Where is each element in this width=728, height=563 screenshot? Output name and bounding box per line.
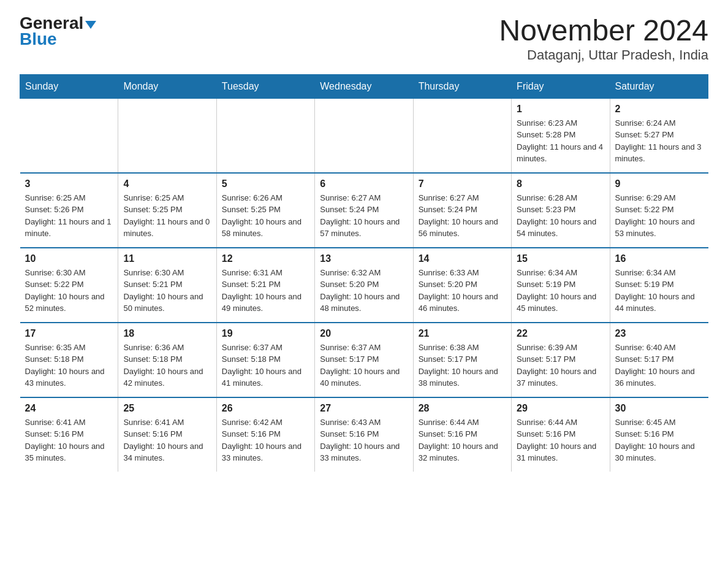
calendar-cell: 11Sunrise: 6:30 AM Sunset: 5:21 PM Dayli… bbox=[118, 248, 216, 323]
calendar-cell: 22Sunrise: 6:39 AM Sunset: 5:17 PM Dayli… bbox=[512, 323, 610, 397]
calendar-cell: 17Sunrise: 6:35 AM Sunset: 5:18 PM Dayli… bbox=[20, 323, 118, 397]
calendar-cell: 24Sunrise: 6:41 AM Sunset: 5:16 PM Dayli… bbox=[20, 397, 118, 472]
calendar-week-row: 3Sunrise: 6:25 AM Sunset: 5:26 PM Daylig… bbox=[20, 173, 708, 248]
calendar-cell: 5Sunrise: 6:26 AM Sunset: 5:25 PM Daylig… bbox=[216, 173, 314, 248]
calendar-cell: 4Sunrise: 6:25 AM Sunset: 5:25 PM Daylig… bbox=[118, 173, 216, 248]
day-info: Sunrise: 6:39 AM Sunset: 5:17 PM Dayligh… bbox=[517, 342, 604, 389]
weekday-header: Monday bbox=[118, 74, 216, 98]
weekday-header: Saturday bbox=[610, 74, 708, 98]
calendar-cell: 18Sunrise: 6:36 AM Sunset: 5:18 PM Dayli… bbox=[118, 323, 216, 397]
calendar-week-row: 1Sunrise: 6:23 AM Sunset: 5:28 PM Daylig… bbox=[20, 98, 708, 173]
day-number: 27 bbox=[320, 403, 408, 414]
day-number: 11 bbox=[123, 253, 211, 264]
calendar-cell: 27Sunrise: 6:43 AM Sunset: 5:16 PM Dayli… bbox=[315, 397, 413, 472]
day-number: 2 bbox=[615, 104, 703, 115]
day-number: 14 bbox=[419, 253, 506, 264]
day-number: 19 bbox=[222, 328, 309, 339]
calendar-cell: 20Sunrise: 6:37 AM Sunset: 5:17 PM Dayli… bbox=[315, 323, 413, 397]
day-info: Sunrise: 6:30 AM Sunset: 5:21 PM Dayligh… bbox=[123, 267, 211, 315]
calendar-cell: 13Sunrise: 6:32 AM Sunset: 5:20 PM Dayli… bbox=[315, 248, 413, 323]
calendar-cell: 9Sunrise: 6:29 AM Sunset: 5:22 PM Daylig… bbox=[610, 173, 708, 248]
day-number: 25 bbox=[123, 403, 211, 414]
day-number: 9 bbox=[615, 178, 703, 190]
calendar-cell: 2Sunrise: 6:24 AM Sunset: 5:27 PM Daylig… bbox=[610, 98, 708, 173]
weekday-header: Friday bbox=[512, 74, 610, 98]
day-number: 10 bbox=[25, 253, 113, 264]
day-info: Sunrise: 6:34 AM Sunset: 5:19 PM Dayligh… bbox=[517, 267, 604, 315]
calendar-cell: 19Sunrise: 6:37 AM Sunset: 5:18 PM Dayli… bbox=[216, 323, 314, 397]
day-info: Sunrise: 6:31 AM Sunset: 5:21 PM Dayligh… bbox=[222, 267, 309, 315]
weekday-header: Sunday bbox=[20, 74, 118, 98]
day-info: Sunrise: 6:44 AM Sunset: 5:16 PM Dayligh… bbox=[517, 416, 604, 464]
calendar-cell: 26Sunrise: 6:42 AM Sunset: 5:16 PM Dayli… bbox=[216, 397, 314, 472]
calendar-cell: 14Sunrise: 6:33 AM Sunset: 5:20 PM Dayli… bbox=[413, 248, 511, 323]
day-number: 21 bbox=[419, 328, 506, 339]
day-info: Sunrise: 6:24 AM Sunset: 5:27 PM Dayligh… bbox=[615, 117, 703, 165]
day-info: Sunrise: 6:41 AM Sunset: 5:16 PM Dayligh… bbox=[123, 416, 211, 464]
logo: General Blue bbox=[20, 15, 96, 49]
calendar-cell: 7Sunrise: 6:27 AM Sunset: 5:24 PM Daylig… bbox=[413, 173, 511, 248]
day-number: 12 bbox=[222, 253, 309, 264]
day-info: Sunrise: 6:25 AM Sunset: 5:26 PM Dayligh… bbox=[25, 192, 113, 240]
day-number: 20 bbox=[320, 328, 408, 339]
day-info: Sunrise: 6:37 AM Sunset: 5:18 PM Dayligh… bbox=[222, 342, 309, 389]
calendar-cell: 3Sunrise: 6:25 AM Sunset: 5:26 PM Daylig… bbox=[20, 173, 118, 248]
day-info: Sunrise: 6:27 AM Sunset: 5:24 PM Dayligh… bbox=[419, 192, 506, 240]
day-number: 23 bbox=[615, 328, 703, 339]
day-number: 18 bbox=[123, 328, 211, 339]
day-info: Sunrise: 6:38 AM Sunset: 5:17 PM Dayligh… bbox=[419, 342, 506, 389]
day-info: Sunrise: 6:43 AM Sunset: 5:16 PM Dayligh… bbox=[320, 416, 408, 464]
page-subtitle: Dataganj, Uttar Pradesh, India bbox=[499, 47, 708, 63]
day-info: Sunrise: 6:45 AM Sunset: 5:16 PM Dayligh… bbox=[615, 416, 703, 464]
calendar-cell: 28Sunrise: 6:44 AM Sunset: 5:16 PM Dayli… bbox=[413, 397, 511, 472]
calendar-cell: 15Sunrise: 6:34 AM Sunset: 5:19 PM Dayli… bbox=[512, 248, 610, 323]
day-number: 29 bbox=[517, 403, 604, 414]
day-info: Sunrise: 6:29 AM Sunset: 5:22 PM Dayligh… bbox=[615, 192, 703, 240]
logo-blue: Blue bbox=[20, 29, 57, 49]
title-block: November 2024 Dataganj, Uttar Pradesh, I… bbox=[499, 15, 708, 63]
day-info: Sunrise: 6:44 AM Sunset: 5:16 PM Dayligh… bbox=[419, 416, 506, 464]
day-number: 4 bbox=[123, 178, 211, 190]
calendar-cell: 10Sunrise: 6:30 AM Sunset: 5:22 PM Dayli… bbox=[20, 248, 118, 323]
calendar-header-row: SundayMondayTuesdayWednesdayThursdayFrid… bbox=[20, 74, 708, 98]
calendar-cell bbox=[118, 98, 216, 173]
day-info: Sunrise: 6:30 AM Sunset: 5:22 PM Dayligh… bbox=[25, 267, 113, 315]
day-number: 16 bbox=[615, 253, 703, 264]
day-info: Sunrise: 6:23 AM Sunset: 5:28 PM Dayligh… bbox=[517, 117, 604, 165]
calendar-table: SundayMondayTuesdayWednesdayThursdayFrid… bbox=[20, 74, 708, 472]
calendar-cell: 6Sunrise: 6:27 AM Sunset: 5:24 PM Daylig… bbox=[315, 173, 413, 248]
weekday-header: Thursday bbox=[413, 74, 511, 98]
calendar-week-row: 24Sunrise: 6:41 AM Sunset: 5:16 PM Dayli… bbox=[20, 397, 708, 472]
day-info: Sunrise: 6:34 AM Sunset: 5:19 PM Dayligh… bbox=[615, 267, 703, 315]
calendar-cell bbox=[20, 98, 118, 173]
calendar-cell: 21Sunrise: 6:38 AM Sunset: 5:17 PM Dayli… bbox=[413, 323, 511, 397]
calendar-cell bbox=[413, 98, 511, 173]
calendar-cell: 16Sunrise: 6:34 AM Sunset: 5:19 PM Dayli… bbox=[610, 248, 708, 323]
calendar-cell: 8Sunrise: 6:28 AM Sunset: 5:23 PM Daylig… bbox=[512, 173, 610, 248]
calendar-cell: 25Sunrise: 6:41 AM Sunset: 5:16 PM Dayli… bbox=[118, 397, 216, 472]
weekday-header: Tuesday bbox=[216, 74, 314, 98]
day-info: Sunrise: 6:40 AM Sunset: 5:17 PM Dayligh… bbox=[615, 342, 703, 389]
day-number: 1 bbox=[517, 104, 604, 115]
day-number: 3 bbox=[25, 178, 113, 190]
day-info: Sunrise: 6:26 AM Sunset: 5:25 PM Dayligh… bbox=[222, 192, 309, 240]
page-title: November 2024 bbox=[499, 15, 708, 47]
day-info: Sunrise: 6:35 AM Sunset: 5:18 PM Dayligh… bbox=[25, 342, 113, 389]
day-number: 7 bbox=[419, 178, 506, 190]
day-number: 28 bbox=[419, 403, 506, 414]
day-number: 8 bbox=[517, 178, 604, 190]
day-info: Sunrise: 6:41 AM Sunset: 5:16 PM Dayligh… bbox=[25, 416, 113, 464]
calendar-cell: 30Sunrise: 6:45 AM Sunset: 5:16 PM Dayli… bbox=[610, 397, 708, 472]
day-number: 26 bbox=[222, 403, 309, 414]
day-number: 30 bbox=[615, 403, 703, 414]
day-info: Sunrise: 6:28 AM Sunset: 5:23 PM Dayligh… bbox=[517, 192, 604, 240]
calendar-cell: 1Sunrise: 6:23 AM Sunset: 5:28 PM Daylig… bbox=[512, 98, 610, 173]
day-info: Sunrise: 6:27 AM Sunset: 5:24 PM Dayligh… bbox=[320, 192, 408, 240]
day-info: Sunrise: 6:32 AM Sunset: 5:20 PM Dayligh… bbox=[320, 267, 408, 315]
day-info: Sunrise: 6:37 AM Sunset: 5:17 PM Dayligh… bbox=[320, 342, 408, 389]
page-header: General Blue November 2024 Dataganj, Utt… bbox=[20, 15, 708, 63]
calendar-cell bbox=[315, 98, 413, 173]
day-info: Sunrise: 6:42 AM Sunset: 5:16 PM Dayligh… bbox=[222, 416, 309, 464]
calendar-cell: 12Sunrise: 6:31 AM Sunset: 5:21 PM Dayli… bbox=[216, 248, 314, 323]
calendar-week-row: 10Sunrise: 6:30 AM Sunset: 5:22 PM Dayli… bbox=[20, 248, 708, 323]
